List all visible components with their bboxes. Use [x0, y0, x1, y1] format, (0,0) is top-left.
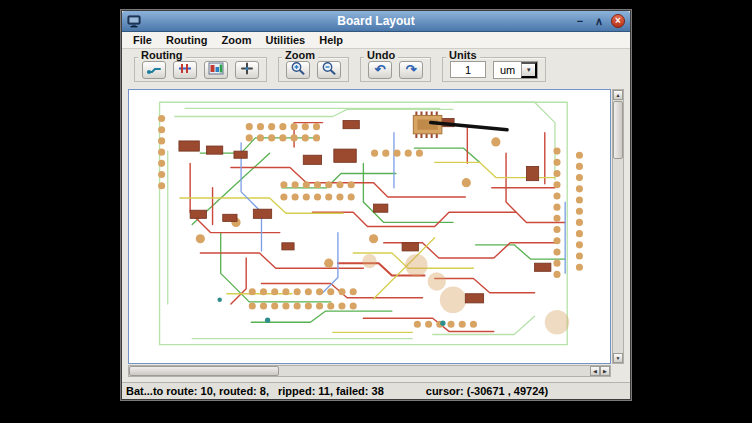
- canvas-area: ▲ ▼ ◀ ▶: [128, 89, 624, 377]
- routing-group: Routing: [134, 57, 267, 82]
- fanout-icon: [177, 62, 193, 78]
- zoom-out-button[interactable]: [317, 61, 341, 79]
- units-group-label: Units: [446, 49, 480, 61]
- routing-stats-text: Bat...to route: 10, routed: 8,: [126, 385, 269, 397]
- units-combo-value: um: [494, 62, 521, 78]
- undo-icon: ↶: [375, 63, 386, 76]
- fanout-button[interactable]: [173, 61, 197, 79]
- board-canvas[interactable]: [128, 89, 611, 364]
- zoom-in-button[interactable]: [286, 61, 310, 79]
- window-title: Board Layout: [122, 14, 630, 28]
- routing-group-label: Routing: [138, 49, 186, 61]
- autoroute-button[interactable]: [142, 61, 166, 79]
- menu-item-utilities[interactable]: Utilities: [258, 33, 312, 47]
- menu-item-zoom[interactable]: Zoom: [215, 33, 259, 47]
- units-value-input[interactable]: [450, 61, 486, 78]
- pcb-drawing: [129, 90, 610, 363]
- menu-item-help[interactable]: Help: [312, 33, 350, 47]
- toolbar: Routing: [122, 49, 630, 85]
- redo-icon: ↷: [406, 63, 417, 76]
- chevron-down-icon: ▼: [526, 67, 532, 73]
- horizontal-scroll-thumb[interactable]: [129, 366, 279, 376]
- titlebar[interactable]: Board Layout − ∧ ×: [122, 11, 630, 32]
- window-controls: − ∧ ×: [573, 14, 625, 28]
- scroll-up-icon: ▲: [616, 92, 621, 98]
- units-combo-dropdown-button[interactable]: ▼: [521, 62, 537, 78]
- undo-group: Undo ↶ ↷: [360, 57, 431, 82]
- autoroute-icon: [146, 62, 162, 78]
- zoom-out-icon: [321, 61, 337, 78]
- undo-button[interactable]: ↶: [368, 61, 392, 79]
- units-combo[interactable]: um ▼: [493, 61, 538, 79]
- scroll-right-icon: ▶: [603, 368, 607, 374]
- scroll-left-button[interactable]: ◀: [590, 366, 600, 376]
- board-layout-window: Board Layout − ∧ × File Routing Zoom Uti…: [121, 10, 631, 400]
- move-button[interactable]: [235, 61, 259, 79]
- horizontal-scrollbar[interactable]: ◀ ▶: [128, 365, 611, 377]
- optimize-button[interactable]: [204, 61, 228, 79]
- app-icon: [127, 14, 142, 28]
- zoom-in-icon: [290, 61, 306, 78]
- scroll-up-button[interactable]: ▲: [613, 90, 623, 100]
- scroll-left-icon: ◀: [593, 368, 597, 374]
- menubar: File Routing Zoom Utilities Help: [122, 32, 630, 49]
- undo-group-label: Undo: [364, 49, 398, 61]
- move-icon: [239, 62, 255, 78]
- statusbar: Bat...to route: 10, routed: 8, ripped: 1…: [122, 382, 630, 399]
- maximize-button[interactable]: ∧: [592, 14, 606, 28]
- scroll-down-icon: ▼: [616, 355, 621, 361]
- zoom-group: Zoom: [278, 57, 349, 82]
- scroll-down-button[interactable]: ▼: [613, 353, 623, 363]
- cursor-position-text: cursor: (-30671 , 49724): [426, 385, 548, 397]
- vertical-scroll-thumb[interactable]: [613, 101, 623, 159]
- close-button[interactable]: ×: [611, 14, 625, 28]
- redo-button[interactable]: ↷: [399, 61, 423, 79]
- menu-item-routing[interactable]: Routing: [159, 33, 215, 47]
- optimize-icon: [208, 62, 224, 78]
- units-group: Units um ▼: [442, 57, 546, 82]
- minimize-button[interactable]: −: [573, 14, 587, 28]
- rip-stats-text: ripped: 11, failed: 38: [278, 385, 384, 397]
- zoom-group-label: Zoom: [282, 49, 318, 61]
- scroll-right-button[interactable]: ▶: [600, 366, 610, 376]
- vertical-scrollbar[interactable]: ▲ ▼: [612, 89, 624, 364]
- menu-item-file[interactable]: File: [126, 33, 159, 47]
